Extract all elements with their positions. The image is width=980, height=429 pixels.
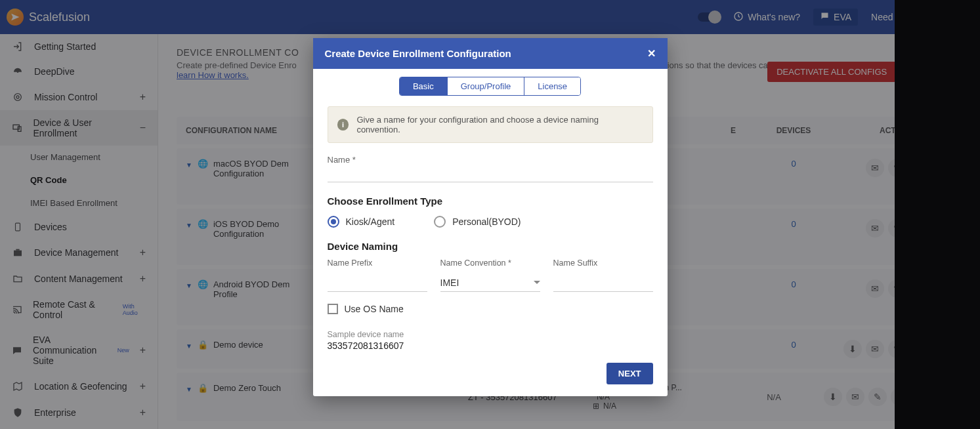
close-icon[interactable]: ✕ [647, 47, 656, 60]
info-text: Give a name for your configuration and c… [356, 115, 643, 134]
radio-selected-icon [328, 216, 339, 228]
next-button[interactable]: NEXT [607, 363, 653, 384]
radio-label: Personal(BYOD) [452, 216, 521, 227]
radio-icon [434, 216, 446, 228]
name-label: Name * [328, 155, 653, 165]
info-banner: i Give a name for your configuration and… [328, 106, 653, 143]
modal-tabs: Basic Group/Profile License [399, 77, 581, 96]
name-convention-label: Name Convention * [440, 258, 540, 268]
device-naming-heading: Device Naming [328, 241, 653, 252]
radio-label: Kiosk/Agent [346, 216, 395, 227]
tab-group-profile[interactable]: Group/Profile [448, 77, 525, 95]
sample-device-name-value: 353572081316607 [328, 340, 653, 351]
create-enrollment-modal: Create Device Enrollment Configuration ✕… [313, 38, 668, 396]
name-suffix-label: Name Suffix [553, 258, 653, 268]
tab-basic[interactable]: Basic [400, 77, 448, 95]
use-os-name-checkbox[interactable]: Use OS Name [328, 304, 653, 314]
enrollment-type-heading: Choose Enrollment Type [328, 195, 653, 207]
tab-license[interactable]: License [524, 77, 580, 95]
sample-device-name-label: Sample device name [328, 330, 653, 339]
radio-personal-byod[interactable]: Personal(BYOD) [434, 216, 521, 228]
name-prefix-label: Name Prefix [328, 258, 427, 268]
name-convention-select[interactable]: IMEI [440, 274, 540, 292]
radio-kiosk-agent[interactable]: Kiosk/Agent [328, 216, 395, 228]
info-icon: i [337, 119, 349, 131]
name-prefix-input[interactable] [328, 274, 427, 292]
name-input[interactable] [328, 165, 653, 182]
name-suffix-input[interactable] [553, 274, 653, 292]
checkbox-label: Use OS Name [345, 304, 404, 314]
modal-title: Create Device Enrollment Configuration [325, 48, 511, 59]
checkbox-icon [328, 304, 338, 314]
